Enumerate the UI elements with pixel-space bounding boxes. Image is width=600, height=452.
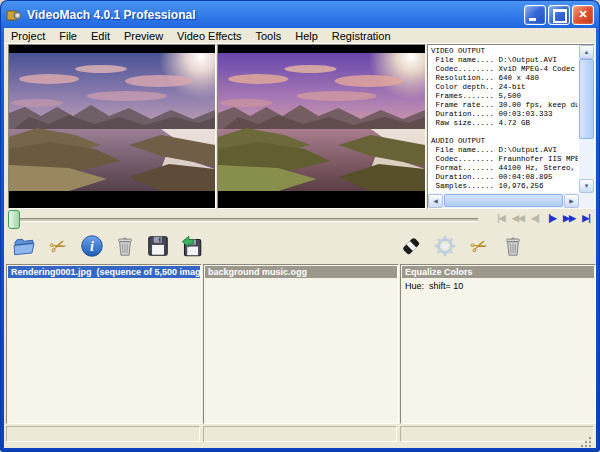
scroll-left-icon[interactable]: ◀ [428,194,443,208]
preview-original-image [9,53,215,191]
status-pane-video [6,426,200,442]
output-info-text: VIDEO OUTPUT File name.... D:\Output.AVI… [431,47,578,192]
horizontal-scroll-thumb[interactable] [444,194,563,207]
open-folder-icon [12,233,38,259]
fast-forward-button[interactable]: ▶▶ [561,211,577,226]
preview-original [8,44,216,209]
menu-project[interactable]: Project [4,30,52,42]
effects-list[interactable]: Equalize Colors Hue: shift= 10 [400,264,596,424]
scissors-icon: ✂ [467,233,490,259]
minimize-button[interactable] [524,5,546,25]
menu-file[interactable]: File [52,30,84,42]
close-icon: ✕ [573,6,593,24]
info-vertical-scrollbar[interactable]: ▲ ▼ [579,45,594,193]
vertical-scroll-thumb[interactable] [579,59,594,139]
video-file-name: File name.... D:\Output.AVI [431,56,578,65]
preview-effects-image [218,53,425,191]
timeline-slider-thumb[interactable] [8,210,20,229]
video-duration: Duration..... 00:03:03.333 [431,110,578,119]
timeline-slider-track[interactable] [10,218,478,222]
trash-icon [500,233,526,259]
gear-disabled-icon [432,233,458,259]
step-forward-button[interactable]: |▶ [544,211,560,226]
delete-effect-button[interactable] [500,233,526,259]
menu-bar: Project File Edit Preview Video Effects … [4,28,596,44]
preview-effects [217,44,426,209]
erase-effect-button[interactable] [398,233,424,259]
export-button[interactable] [178,233,204,259]
menu-video-effects[interactable]: Video Effects [170,30,248,42]
open-project-button[interactable] [12,233,38,259]
menu-tools[interactable]: Tools [249,30,289,42]
video-codec: Codec........ XviD MPEG-4 Codec [431,65,578,74]
properties-button[interactable]: i [79,233,105,259]
video-output-heading: VIDEO OUTPUT [431,47,578,56]
video-resolution: Resolution... 640 x 480 [431,74,578,83]
scrollbar-corner [579,193,594,208]
floppy-export-icon [178,233,204,259]
audio-samples: Samples...... 10,976,256 [431,182,578,191]
audio-track-list[interactable]: background music.ogg [203,264,399,424]
audio-output-heading: AUDIO OUTPUT [431,137,578,146]
video-frame-rate: Frame rate... 30.00 fps, keep duration [431,101,578,110]
trash-icon [112,233,138,259]
save-button[interactable] [145,233,171,259]
info-icon: i [79,233,105,259]
window-title: VideoMach 4.0.1 Professional [27,8,524,22]
video-track-list[interactable]: Rendering0001.jpg (sequence of 5,500 ima… [6,264,202,424]
video-frames: Frames....... 5,500 [431,92,578,101]
minimize-icon [529,18,536,21]
scroll-down-icon[interactable]: ▼ [579,179,594,193]
close-button[interactable]: ✕ [572,5,594,25]
status-pane-effects [400,426,594,442]
maximize-button[interactable] [548,5,570,25]
audio-file-name: File name.... D:\Output.AVI [431,146,578,155]
scissors-icon: ✂ [46,233,69,259]
rewind-button[interactable]: ◀◀ [510,211,526,226]
effect-item-hue[interactable]: Hue: shift= 10 [405,281,463,291]
video-color-depth: Color depth.. 24-bit [431,83,578,92]
menu-preview[interactable]: Preview [117,30,170,42]
title-bar[interactable]: VideoMach 4.0.1 Professional ✕ [6,3,594,27]
maximize-icon [553,9,567,23]
transport-controls: |◀ ◀◀ ◀| |▶ ▶▶ ▶| [492,211,594,226]
audio-duration: Duration..... 00:04:08.895 [431,173,578,182]
step-back-button[interactable]: ◀| [527,211,543,226]
audio-format: Format....... 44100 Hz, Stereo, 16-bit [431,164,578,173]
eraser-icon [398,233,424,259]
output-info-panel: VIDEO OUTPUT File name.... D:\Output.AVI… [427,44,595,209]
audio-codec: Codec........ Fraunhofer IIS MPEG Layer-… [431,155,578,164]
menu-edit[interactable]: Edit [84,30,117,42]
status-pane-audio [203,426,397,442]
process-effect-button[interactable] [432,233,458,259]
delete-button[interactable] [112,233,138,259]
app-window: VideoMach 4.0.1 Professional ✕ Project F… [0,0,600,452]
skip-to-end-button[interactable]: ▶| [578,211,594,226]
floppy-disk-icon [145,233,171,259]
app-icon [6,7,22,23]
video-track-item[interactable]: Rendering0001.jpg (sequence of 5,500 ima… [8,266,200,278]
info-horizontal-scrollbar[interactable]: ◀ ▶ [428,193,579,208]
video-raw-size: Raw size..... 4.72 GB [431,119,578,128]
menu-help[interactable]: Help [288,30,325,42]
resize-grip[interactable] [589,437,591,439]
audio-track-item[interactable]: background music.ogg [205,266,397,278]
skip-to-start-button[interactable]: |◀ [493,211,509,226]
scroll-up-icon[interactable]: ▲ [579,45,594,59]
info-spacer [431,128,578,137]
menu-registration[interactable]: Registration [325,30,398,42]
svg-text:i: i [90,238,94,254]
effect-group-header[interactable]: Equalize Colors [402,266,594,278]
scroll-right-icon[interactable]: ▶ [564,194,579,208]
